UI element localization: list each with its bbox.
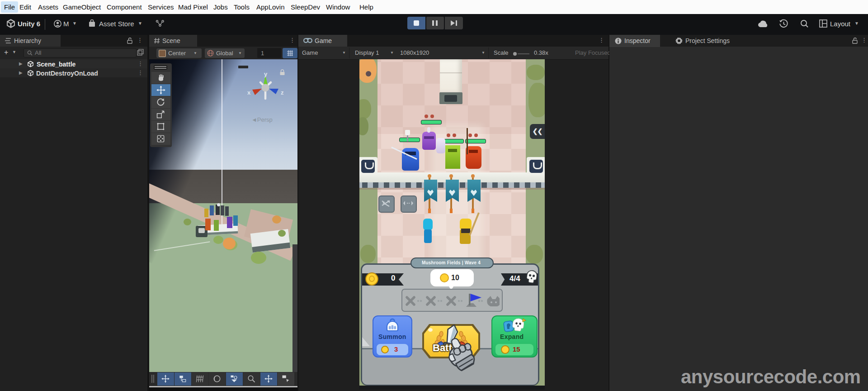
svg-text:z: z — [281, 89, 284, 96]
svg-text:y: y — [264, 72, 268, 77]
svg-text:x: x — [247, 89, 251, 96]
